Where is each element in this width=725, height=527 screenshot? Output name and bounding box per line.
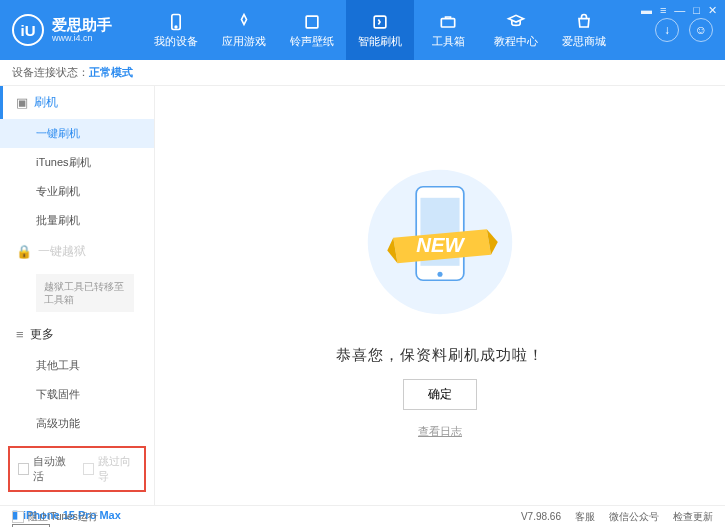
nav-label: 我的设备	[154, 34, 198, 49]
options-highlight-box: 自动激活 跳过向导	[8, 446, 146, 492]
store-icon	[574, 12, 594, 32]
sidebar-item-pro-flash[interactable]: 专业刷机	[0, 177, 154, 206]
status-label: 设备连接状态：	[12, 65, 89, 80]
tutorial-icon	[506, 12, 526, 32]
menu-icon[interactable]: ≡	[660, 4, 666, 17]
wallpaper-icon	[302, 12, 322, 32]
download-icon[interactable]: ↓	[655, 18, 679, 42]
view-log-link[interactable]: 查看日志	[418, 424, 462, 439]
svg-text:NEW: NEW	[416, 234, 465, 256]
version-label: V7.98.66	[521, 511, 561, 522]
app-header: iU 爱思助手 www.i4.cn 我的设备 应用游戏 铃声壁纸 智能刷机 工具…	[0, 0, 725, 60]
block-itunes-checkbox[interactable]: 阻止iTunes运行	[12, 510, 98, 524]
sidebar-item-other-tools[interactable]: 其他工具	[0, 351, 154, 380]
maximize-icon[interactable]: □	[693, 4, 700, 17]
sidebar-section-flash[interactable]: ▣ 刷机	[0, 86, 154, 119]
sidebar-item-onekey-flash[interactable]: 一键刷机	[0, 119, 154, 148]
checkbox-label: 阻止iTunes运行	[28, 510, 98, 524]
svg-point-8	[437, 272, 442, 277]
logo-icon: iU	[12, 14, 44, 46]
jailbreak-notice: 越狱工具已转移至工具箱	[36, 274, 134, 312]
nav-toolbox[interactable]: 工具箱	[414, 0, 482, 60]
sidebar-section-more[interactable]: ≡ 更多	[0, 318, 154, 351]
flash-section-icon: ▣	[16, 95, 28, 110]
wechat-link[interactable]: 微信公众号	[609, 510, 659, 524]
ok-button[interactable]: 确定	[403, 379, 477, 410]
nav-label: 智能刷机	[358, 34, 402, 49]
main-nav: 我的设备 应用游戏 铃声壁纸 智能刷机 工具箱 教程中心 爱思商城	[142, 0, 618, 60]
app-subtitle: www.i4.cn	[52, 33, 112, 43]
header-actions: ↓ ☺	[655, 18, 713, 42]
nav-label: 工具箱	[432, 34, 465, 49]
svg-rect-4	[441, 18, 454, 26]
window-controls: ▬ ≡ — □ ✕	[641, 4, 717, 17]
sidebar-section-jailbreak: 🔒 一键越狱	[0, 235, 154, 268]
section-title: 刷机	[34, 94, 58, 111]
svg-point-1	[175, 26, 177, 28]
sidebar-item-download-firmware[interactable]: 下载固件	[0, 380, 154, 409]
apps-icon	[234, 12, 254, 32]
checkbox-icon	[83, 463, 94, 475]
phone-icon	[166, 12, 186, 32]
success-message: 恭喜您，保资料刷机成功啦！	[336, 346, 544, 365]
skip-guide-checkbox[interactable]: 跳过向导	[83, 454, 136, 484]
lock-icon: 🔒	[16, 244, 32, 259]
nav-my-device[interactable]: 我的设备	[142, 0, 210, 60]
nav-label: 铃声壁纸	[290, 34, 334, 49]
nav-label: 爱思商城	[562, 34, 606, 49]
section-title: 更多	[30, 326, 54, 343]
sidebar-item-batch-flash[interactable]: 批量刷机	[0, 206, 154, 235]
auto-activate-checkbox[interactable]: 自动激活	[18, 454, 71, 484]
status-bar: 设备连接状态： 正常模式	[0, 60, 725, 86]
nav-apps[interactable]: 应用游戏	[210, 0, 278, 60]
support-link[interactable]: 客服	[575, 510, 595, 524]
nav-label: 应用游戏	[222, 34, 266, 49]
sidebar: ▣ 刷机 一键刷机 iTunes刷机 专业刷机 批量刷机 🔒 一键越狱 越狱工具…	[0, 86, 155, 505]
nav-flash[interactable]: 智能刷机	[346, 0, 414, 60]
toolbox-icon	[438, 12, 458, 32]
status-mode: 正常模式	[89, 65, 133, 80]
cart-icon[interactable]: ▬	[641, 4, 652, 17]
minimize-icon[interactable]: —	[674, 4, 685, 17]
section-title: 一键越狱	[38, 243, 86, 260]
nav-ringtone[interactable]: 铃声壁纸	[278, 0, 346, 60]
check-update-link[interactable]: 检查更新	[673, 510, 713, 524]
nav-label: 教程中心	[494, 34, 538, 49]
nav-tutorial[interactable]: 教程中心	[482, 0, 550, 60]
more-section-icon: ≡	[16, 327, 24, 342]
main-content: NEW 恭喜您，保资料刷机成功啦！ 确定 查看日志	[155, 86, 725, 505]
success-illustration: NEW	[355, 152, 525, 332]
logo-area: iU 爱思助手 www.i4.cn	[12, 14, 142, 46]
checkbox-icon	[12, 511, 24, 523]
checkbox-label: 跳过向导	[98, 454, 136, 484]
flash-icon	[370, 12, 390, 32]
checkbox-icon	[18, 463, 29, 475]
sidebar-item-itunes-flash[interactable]: iTunes刷机	[0, 148, 154, 177]
nav-store[interactable]: 爱思商城	[550, 0, 618, 60]
svg-rect-2	[306, 16, 318, 28]
checkbox-label: 自动激活	[33, 454, 71, 484]
close-icon[interactable]: ✕	[708, 4, 717, 17]
user-icon[interactable]: ☺	[689, 18, 713, 42]
sidebar-item-advanced[interactable]: 高级功能	[0, 409, 154, 438]
app-title: 爱思助手	[52, 17, 112, 34]
